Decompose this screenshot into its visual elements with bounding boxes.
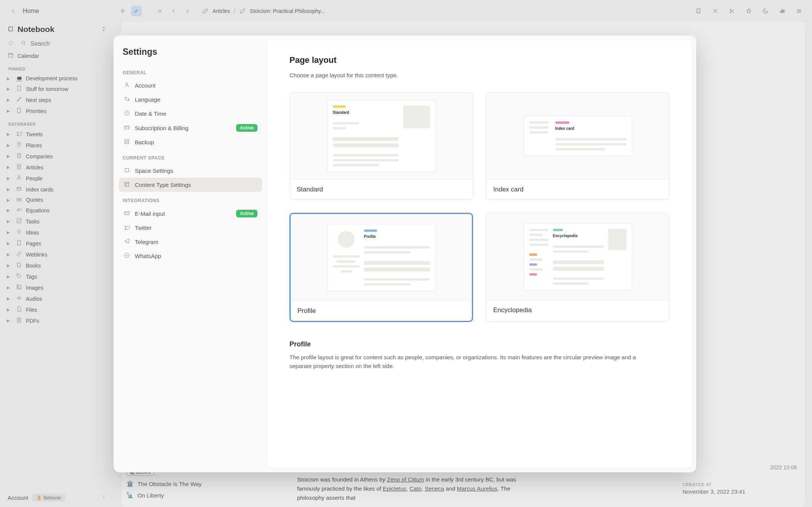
settings-section-space: CURRENT SPACE [119,149,262,164]
layout-desc-body: The profile layout is great for content … [289,353,659,371]
square-icon [123,167,130,174]
layout-preview-index-card: Index card [486,92,669,179]
settings-item-content-type[interactable]: Content Type Settings [119,178,262,192]
layout-name: Index card [486,179,669,199]
settings-item-label: Telegram [135,239,158,245]
language-icon [123,96,130,103]
user-icon [123,82,130,89]
svg-rect-29 [125,182,129,187]
settings-item-space-settings[interactable]: Space Settings [119,164,262,178]
settings-panel: Page layout Choose a page layout for thi… [267,40,692,468]
settings-item-label: Subscription & Billing [135,125,189,131]
svg-rect-26 [125,140,129,141]
layout-card-index-card[interactable]: Index card Index card [486,92,670,200]
clock-icon [123,110,130,117]
settings-item-twitter[interactable]: Twitter [119,221,262,235]
svg-point-23 [126,83,128,85]
twitter-icon [123,224,130,231]
settings-item-label: Account [135,82,155,89]
svg-rect-28 [125,168,128,172]
svg-rect-25 [125,126,129,129]
settings-item-backup[interactable]: Backup [119,135,262,149]
layout-desc-title: Profile [289,340,670,348]
layout-icon [123,181,130,188]
layout-preview-profile: Profile [291,214,472,301]
telegram-icon [123,238,130,246]
layout-name: Encyclopedia [486,300,669,320]
layout-card-profile[interactable]: Profile Profile [289,213,473,322]
settings-item-billing[interactable]: Subscription & Billing Active [119,121,262,135]
settings-item-language[interactable]: Language [119,92,262,107]
active-badge: Active [236,124,257,132]
preview-label: Profile [364,234,430,239]
layout-name: Standard [290,179,473,199]
settings-modal: Settings GENERAL Account Language Date &… [113,35,696,472]
settings-item-label: Language [135,96,160,103]
layout-preview-encyclopedia: Encyclopedia [486,213,669,300]
settings-item-label: Twitter [135,225,152,231]
layout-card-encyclopedia[interactable]: Encyclopedia [486,213,670,322]
preview-label: Standard [333,110,399,115]
whatsapp-icon [123,252,130,260]
preview-label: Encyclopedia [553,234,604,238]
panel-title: Page layout [289,55,670,65]
settings-sidebar: Settings GENERAL Account Language Date &… [113,35,267,472]
settings-item-label: Date & Time [135,110,166,117]
panel-subtitle: Choose a page layout for this content ty… [289,72,670,78]
preview-image-stub [403,105,430,128]
svg-rect-30 [125,212,129,215]
mail-icon [123,210,130,217]
settings-item-label: E-Mail input [135,210,165,217]
preview-avatar-stub [338,231,355,248]
backup-icon [123,139,130,146]
settings-section-general: GENERAL [119,64,262,78]
settings-item-label: Content Type Settings [135,182,191,188]
active-badge: Active [236,210,257,217]
settings-item-account[interactable]: Account [119,78,262,92]
preview-image-stub [608,229,627,250]
settings-item-label: Space Settings [135,167,173,174]
settings-title: Settings [119,44,262,64]
layout-card-standard[interactable]: Standard [289,92,473,200]
layout-name: Profile [291,301,472,321]
card-icon [123,124,130,132]
settings-item-datetime[interactable]: Date & Time [119,107,262,121]
layout-preview-standard: Standard [290,92,473,179]
settings-item-telegram[interactable]: Telegram [119,235,262,249]
settings-item-label: Backup [135,139,154,145]
svg-rect-27 [125,142,129,143]
svg-point-31 [125,253,129,258]
preview-label: Index card [555,126,627,131]
settings-item-email[interactable]: E-Mail input Active [119,206,262,221]
settings-item-label: WhatsApp [135,253,161,259]
settings-item-whatsapp[interactable]: WhatsApp [119,249,262,263]
settings-section-integrations: INTEGRATIONS [119,192,262,206]
